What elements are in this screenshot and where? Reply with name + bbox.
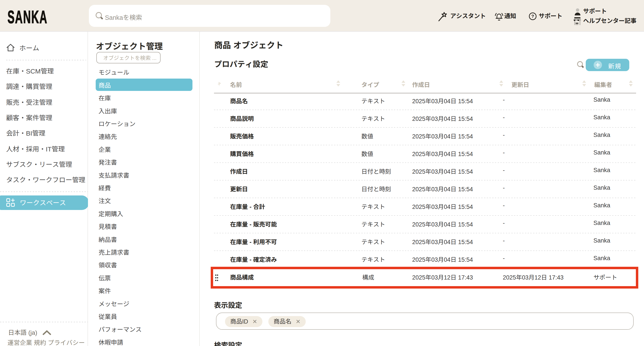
svg-text:?: ? bbox=[532, 14, 534, 19]
